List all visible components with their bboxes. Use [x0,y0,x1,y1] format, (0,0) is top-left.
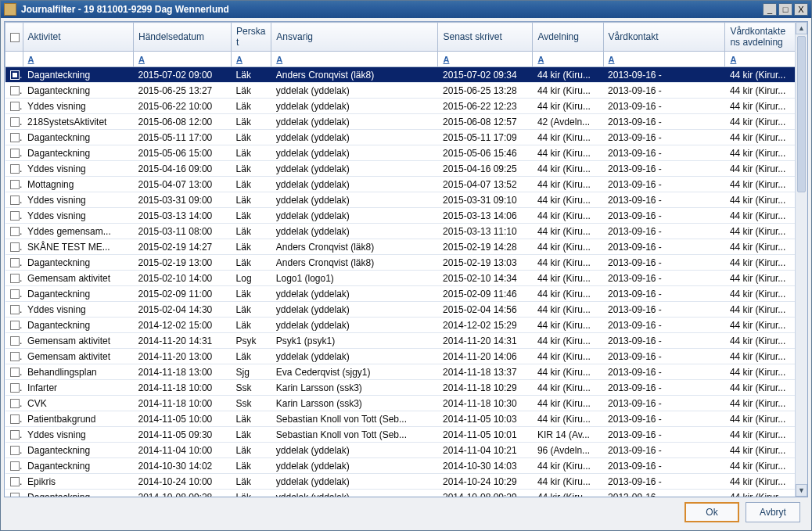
column-header-aktivitet[interactable]: Aktivitet [23,23,133,52]
row-checkbox[interactable] [10,289,20,299]
table-row[interactable]: Daganteckning2014-10-30 14:02Läkyddelak … [5,458,807,474]
row-checkbox[interactable] [10,70,20,80]
table-row[interactable]: SKÅNE TEST ME...2015-02-19 14:27LäkAnder… [5,239,807,255]
row-checkbox-cell[interactable] [5,271,23,286]
column-header-perskat[interactable]: Perska t [232,23,271,52]
table-row[interactable]: Behandlingsplan2014-11-18 13:00SjgEva Ce… [5,364,807,380]
filter-cell-vardkontakt[interactable]: A [603,52,725,67]
column-header-vardkontakt[interactable]: Vårdkontakt [603,23,725,52]
filter-cell-perskat[interactable]: A [232,52,271,67]
row-checkbox[interactable] [10,196,20,205]
table-row[interactable]: Daganteckning2015-05-06 15:00Läkyddelak … [5,145,807,161]
table-row[interactable]: Daganteckning2015-02-09 11:00Läkyddelak … [5,286,807,302]
row-checkbox[interactable] [10,242,20,252]
table-row[interactable]: Gemensam aktivitet2014-11-20 13:00Läkydd… [5,349,807,364]
scroll-down-button[interactable]: ▼ [796,484,807,497]
table-row[interactable]: Gemensam aktivitet2014-11-20 14:31PsykPs… [5,333,807,349]
maximize-button[interactable]: □ [778,3,792,16]
column-header-avdelning[interactable]: Avdelning [533,23,603,52]
row-checkbox[interactable] [10,446,20,455]
row-checkbox[interactable] [10,321,20,330]
row-checkbox-cell[interactable] [5,443,23,458]
table-row[interactable]: Yddes visning2015-06-22 10:00Läkyddelak … [5,99,807,114]
table-row[interactable]: Infarter2014-11-18 10:00SskKarin Larsson… [5,380,807,396]
table-row[interactable]: Daganteckning2015-06-25 13:27Läkyddelak … [5,83,807,99]
title-bar[interactable]: Journalfilter - 19 811001-9299 Dag Wenne… [1,1,811,18]
row-checkbox[interactable] [10,383,20,393]
table-row[interactable]: Daganteckning2014-12-02 15:00Läkyddelak … [5,318,807,333]
row-checkbox-cell[interactable] [5,161,23,177]
cancel-button[interactable]: Avbryt [746,502,800,522]
table-row[interactable]: Yddes visning2015-03-13 14:00Läkyddelak … [5,208,807,224]
row-checkbox-cell[interactable] [5,177,23,192]
column-header-senast[interactable]: Senast skrivet [438,23,533,52]
row-checkbox-cell[interactable] [5,396,23,411]
row-checkbox[interactable] [10,149,20,158]
table-row[interactable]: Daganteckning2014-11-04 10:00Läkyddelak … [5,443,807,458]
row-checkbox[interactable] [10,399,20,408]
table-row[interactable]: Daganteckning2014-10-08 09:28Läkyddelak … [5,490,807,497]
row-checkbox[interactable] [10,117,20,127]
scroll-track[interactable] [796,34,807,484]
filter-cell-avdelning[interactable]: A [533,52,603,67]
table-row[interactable]: Epikris2014-10-24 10:00Läkyddelak (yddel… [5,474,807,490]
row-checkbox[interactable] [10,102,20,111]
row-checkbox[interactable] [10,352,20,361]
row-checkbox-cell[interactable] [5,145,23,161]
row-checkbox-cell[interactable] [5,333,23,349]
row-checkbox-cell[interactable] [5,286,23,302]
row-checkbox[interactable] [10,258,20,267]
row-checkbox[interactable] [10,164,20,174]
row-checkbox-cell[interactable] [5,458,23,474]
row-checkbox[interactable] [10,461,20,471]
filter-cell-ansvarig[interactable]: A [271,52,438,67]
select-all-checkbox[interactable] [10,33,20,42]
row-checkbox[interactable] [10,493,20,497]
row-checkbox-cell[interactable] [5,67,23,83]
row-checkbox[interactable] [10,305,20,314]
row-checkbox[interactable] [10,430,20,440]
column-header-ansvarig[interactable]: Ansvarig [271,23,438,52]
row-checkbox[interactable] [10,86,20,95]
row-checkbox-cell[interactable] [5,302,23,318]
row-checkbox[interactable] [10,133,20,142]
row-checkbox[interactable] [10,180,20,189]
row-checkbox-cell[interactable] [5,427,23,443]
minimize-button[interactable]: _ [763,3,777,16]
row-checkbox-cell[interactable] [5,83,23,99]
data-grid[interactable]: Aktivitet Händelsedatum Perska t Ansvari… [5,22,807,497]
table-row[interactable]: Yddes visning2015-02-04 14:30Läkyddelak … [5,302,807,318]
row-checkbox[interactable] [10,211,20,221]
row-checkbox[interactable] [10,477,20,486]
row-checkbox[interactable] [10,336,20,346]
row-checkbox-cell[interactable] [5,490,23,497]
table-row[interactable]: Patientbakgrund2014-11-05 10:00LäkSebast… [5,411,807,427]
row-checkbox[interactable] [10,227,20,236]
table-row[interactable]: Gemensam aktivitet2015-02-10 14:00LogLog… [5,271,807,286]
row-checkbox-cell[interactable] [5,208,23,224]
close-button[interactable]: X [794,3,808,16]
filter-cell-aktivitet[interactable]: A [23,52,133,67]
row-checkbox-cell[interactable] [5,411,23,427]
row-checkbox-cell[interactable] [5,364,23,380]
table-row[interactable]: Yddes visning2015-03-31 09:00Läkyddelak … [5,192,807,208]
row-checkbox-cell[interactable] [5,130,23,145]
column-header-check[interactable] [5,23,23,52]
row-checkbox-cell[interactable] [5,224,23,239]
row-checkbox-cell[interactable] [5,474,23,490]
row-checkbox-cell[interactable] [5,239,23,255]
row-checkbox[interactable] [10,414,20,424]
table-row[interactable]: Mottagning2015-04-07 13:00Läkyddelak (yd… [5,177,807,192]
scroll-up-button[interactable]: ▲ [796,22,807,34]
table-row[interactable]: Daganteckning2015-02-19 13:00LäkAnders C… [5,255,807,271]
row-checkbox[interactable] [10,274,20,283]
filter-cell-handelse[interactable]: A [133,52,231,67]
table-row[interactable]: Daganteckning2015-05-11 17:00Läkyddelak … [5,130,807,145]
table-row[interactable]: Daganteckning2015-07-02 09:00LäkAnders C… [5,67,807,83]
table-row[interactable]: Yddes visning2014-11-05 09:30LäkSebastia… [5,427,807,443]
row-checkbox[interactable] [10,368,20,377]
vertical-scrollbar[interactable]: ▲ ▼ [795,22,807,497]
ok-button[interactable]: Ok [684,502,739,522]
table-row[interactable]: CVK2014-11-18 10:00SskKarin Larsson (ssk… [5,396,807,411]
row-checkbox-cell[interactable] [5,192,23,208]
